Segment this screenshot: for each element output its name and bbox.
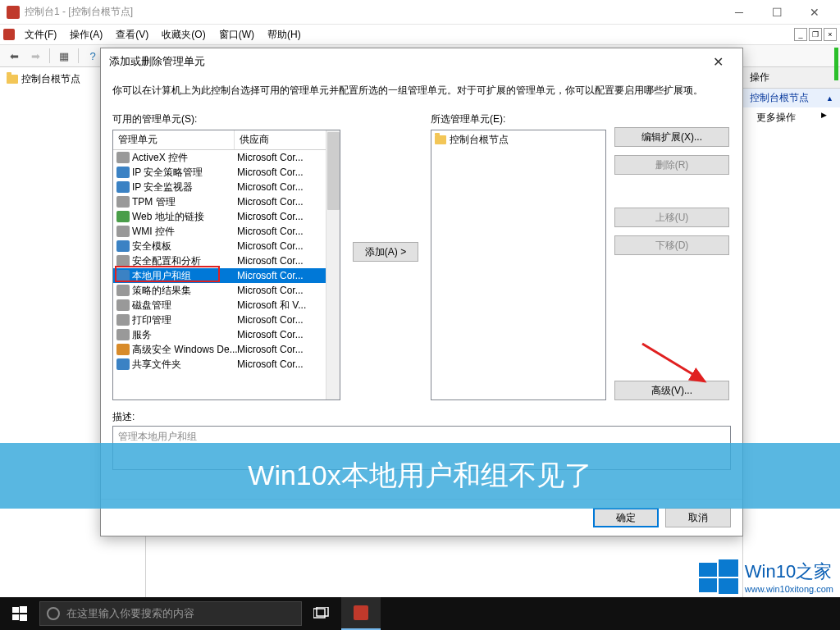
svg-rect-4 — [719, 578, 738, 594]
actions-more[interactable]: 更多操作▶ — [743, 107, 840, 128]
snapin-row[interactable]: WMI 控件Microsoft Cor... — [113, 224, 340, 239]
task-view-button[interactable] — [302, 597, 341, 630]
snapin-icon — [116, 270, 130, 281]
snapin-icon — [116, 314, 130, 326]
menu-favorites[interactable]: 收藏夹(O) — [155, 26, 212, 43]
snapin-vendor: Microsoft Cor... — [237, 181, 340, 193]
selected-snapin-list[interactable]: 控制台根节点 — [431, 130, 606, 400]
menu-action[interactable]: 操作(A) — [63, 26, 109, 43]
search-placeholder: 在这里输入你要搜索的内容 — [66, 606, 194, 621]
snapin-vendor: Microsoft Cor... — [237, 358, 340, 370]
list-header: 管理单元 供应商 — [113, 130, 340, 150]
menu-view[interactable]: 查看(V) — [109, 26, 155, 43]
snapin-row[interactable]: 共享文件夹Microsoft Cor... — [113, 357, 340, 372]
snapin-row[interactable]: 安全配置和分析Microsoft Cor... — [113, 253, 340, 268]
dialog-close-button[interactable]: ✕ — [701, 50, 734, 73]
snapin-row[interactable]: IP 安全策略管理Microsoft Cor... — [113, 165, 340, 180]
help-button[interactable]: ? — [84, 47, 102, 65]
snapin-name: 共享文件夹 — [132, 358, 237, 372]
snapin-row[interactable]: ActiveX 控件Microsoft Cor... — [113, 150, 340, 165]
ok-button[interactable]: 确定 — [593, 508, 659, 527]
show-hide-tree-button[interactable]: ▦ — [55, 47, 73, 65]
snapin-row[interactable]: Web 地址的链接Microsoft Cor... — [113, 209, 340, 224]
snapin-icon — [116, 240, 130, 252]
snapin-name: 高级安全 Windows De... — [132, 343, 237, 357]
snapin-icon — [116, 358, 130, 370]
snapin-row[interactable]: 服务Microsoft Cor... — [113, 327, 340, 342]
back-button[interactable]: ⬅ — [5, 47, 23, 65]
snapin-name: 磁盘管理 — [132, 299, 237, 313]
snapin-vendor: Microsoft Cor... — [237, 344, 340, 355]
snapin-icon — [116, 167, 130, 178]
snapin-row[interactable]: 安全模板Microsoft Cor... — [113, 239, 340, 253]
actions-group[interactable]: 控制台根节点▲ — [743, 89, 840, 107]
edit-extensions-button[interactable]: 编辑扩展(X)... — [614, 127, 729, 147]
app-icon — [7, 6, 20, 19]
mdi-close-icon[interactable]: × — [824, 28, 837, 41]
cancel-button[interactable]: 取消 — [665, 508, 731, 527]
snapin-name: 打印管理 — [132, 313, 237, 327]
snapin-icon — [116, 226, 130, 237]
actions-panel: 操作 控制台根节点▲ 更多操作▶ — [743, 67, 840, 630]
remove-button[interactable]: 删除(R) — [614, 155, 729, 175]
snapin-icon — [116, 344, 130, 355]
description-label: 描述: — [112, 410, 731, 424]
menu-help[interactable]: 帮助(H) — [261, 26, 308, 43]
svg-rect-3 — [699, 578, 717, 592]
snapin-icon — [116, 299, 130, 311]
svg-rect-5 — [12, 607, 19, 613]
snapin-icon — [116, 181, 130, 193]
snapin-row[interactable]: 打印管理Microsoft Cor... — [113, 313, 340, 327]
snapin-vendor: Microsoft Cor... — [237, 167, 340, 178]
col-name[interactable]: 管理单元 — [113, 130, 235, 149]
snapin-row[interactable]: IP 安全监视器Microsoft Cor... — [113, 180, 340, 194]
start-button[interactable] — [0, 597, 39, 630]
snapin-row[interactable]: TPM 管理Microsoft Cor... — [113, 194, 340, 209]
search-box[interactable]: 在这里输入你要搜索的内容 — [39, 601, 302, 626]
snapin-vendor: Microsoft Cor... — [237, 314, 340, 326]
snapin-icon — [116, 255, 130, 267]
snapin-icon — [116, 196, 130, 208]
menu-window[interactable]: 窗口(W) — [212, 26, 261, 43]
col-vendor[interactable]: 供应商 — [235, 130, 340, 149]
snapin-icon — [116, 152, 130, 163]
available-snapin-list[interactable]: 管理单元 供应商 ActiveX 控件Microsoft Cor...IP 安全… — [112, 130, 340, 400]
taskbar: 在这里输入你要搜索的内容 — [0, 597, 840, 630]
snapin-row[interactable]: 策略的结果集Microsoft Cor... — [113, 283, 340, 298]
mdi-minimize-icon[interactable]: _ — [794, 28, 807, 41]
description-box: 管理本地用户和组 — [112, 426, 731, 470]
snapin-icon — [116, 211, 130, 222]
snapin-icon — [116, 285, 130, 296]
move-up-button[interactable]: 上移(U) — [614, 208, 729, 227]
snapin-name: IP 安全策略管理 — [132, 166, 237, 180]
snapin-vendor: Microsoft Cor... — [237, 152, 340, 163]
snapin-icon — [116, 329, 130, 340]
scroll-indicator — [834, 48, 838, 80]
brand-name: Win10之家 — [745, 559, 833, 584]
snapin-vendor: Microsoft 和 V... — [237, 299, 340, 313]
snapin-name: Web 地址的链接 — [132, 210, 237, 224]
available-label: 可用的管理单元(S): — [112, 112, 340, 126]
snapin-row[interactable]: 磁盘管理Microsoft 和 V... — [113, 298, 340, 313]
selected-root-item[interactable]: 控制台根节点 — [433, 132, 604, 148]
maximize-button[interactable]: ☐ — [758, 0, 796, 25]
move-down-button[interactable]: 下移(D) — [614, 235, 729, 255]
scrollbar-thumb[interactable] — [327, 132, 340, 210]
svg-rect-1 — [699, 563, 717, 577]
close-button[interactable]: ✕ — [796, 0, 833, 25]
forward-button[interactable]: ➡ — [26, 47, 44, 65]
scrollbar[interactable] — [326, 130, 340, 399]
taskbar-mmc-icon[interactable] — [341, 597, 381, 630]
mdi-restore-icon[interactable]: ❐ — [809, 28, 822, 41]
snapin-row[interactable]: 高级安全 Windows De...Microsoft Cor... — [113, 342, 340, 357]
minimize-button[interactable]: ─ — [720, 0, 758, 25]
advanced-button[interactable]: 高级(V)... — [614, 381, 729, 400]
selected-label: 所选管理单元(E): — [431, 112, 606, 126]
snapin-name: 策略的结果集 — [132, 284, 237, 298]
actions-header: 操作 — [743, 67, 840, 89]
add-button[interactable]: 添加(A) > — [353, 242, 418, 262]
svg-rect-6 — [20, 606, 27, 613]
menu-file[interactable]: 文件(F) — [18, 26, 63, 43]
snapin-row[interactable]: 本地用户和组Microsoft Cor... — [113, 268, 340, 283]
brand-badge: Win10之家 www.win10xitong.com — [699, 559, 833, 594]
